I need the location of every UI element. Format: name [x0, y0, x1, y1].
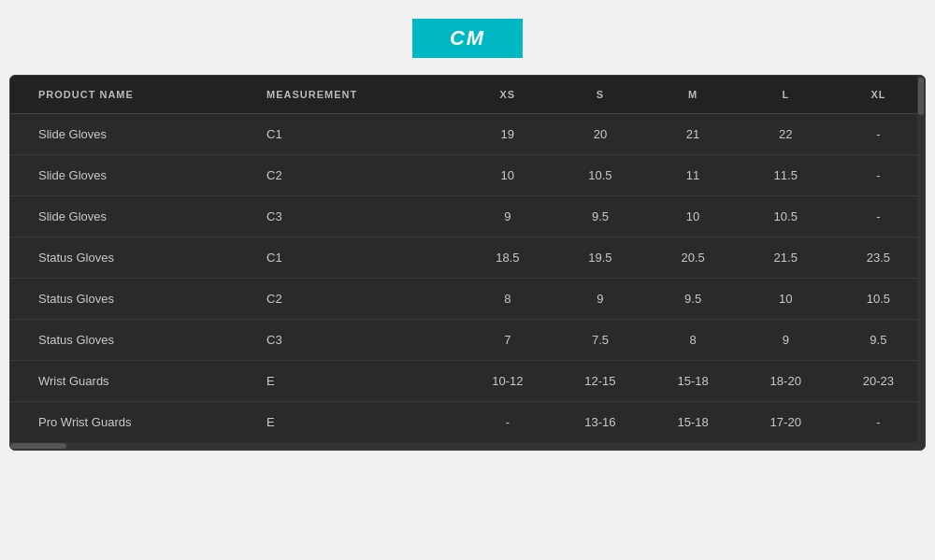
table-row: Slide GlovesC399.51010.5- — [10, 196, 925, 237]
size-table: PRODUCT NAME MEASUREMENT XS S M L XL Sli… — [10, 76, 925, 442]
cell-s: 12-15 — [554, 361, 646, 402]
cell-xs: 18.5 — [461, 237, 554, 279]
cell-xs: - — [461, 402, 554, 443]
col-l: L — [740, 76, 832, 114]
cell-xl: - — [832, 114, 925, 155]
cell-s: 9 — [554, 279, 646, 320]
cell-measurement: C2 — [257, 155, 461, 196]
cell-xl: 23.5 — [832, 237, 925, 279]
col-measurement: MEASUREMENT — [257, 76, 461, 114]
cell-measurement: E — [257, 402, 461, 443]
table-row: Status GlovesC377.5899.5 — [10, 320, 925, 361]
cell-product_name: Pro Wrist Guards — [10, 402, 257, 443]
col-xl: XL — [832, 76, 925, 114]
horizontal-scrollbar-thumb[interactable] — [10, 443, 66, 449]
cell-l: 11.5 — [740, 155, 832, 196]
cell-xl: 9.5 — [832, 320, 925, 361]
cell-l: 18-20 — [740, 361, 832, 402]
cell-measurement: C3 — [257, 320, 461, 361]
cell-measurement: C1 — [257, 237, 461, 279]
col-product-name: PRODUCT NAME — [10, 76, 257, 114]
cell-product_name: Slide Gloves — [10, 196, 257, 237]
cell-s: 9.5 — [554, 196, 646, 237]
cm-badge: CM — [412, 19, 523, 58]
cell-m: 9.5 — [647, 279, 740, 320]
cell-product_name: Status Gloves — [10, 279, 257, 320]
cell-m: 15-18 — [647, 361, 740, 402]
table-row: Wrist GuardsE10-1212-1515-1818-2020-23 — [10, 361, 925, 402]
cell-product_name: Wrist Guards — [10, 361, 257, 402]
cell-xs: 8 — [461, 279, 554, 320]
table-row: Status GlovesC2899.51010.5 — [10, 279, 925, 320]
cell-l: 10.5 — [740, 196, 832, 237]
cell-m: 15-18 — [647, 402, 740, 443]
cell-product_name: Status Gloves — [10, 237, 257, 279]
cell-xs: 7 — [461, 320, 554, 361]
cell-m: 10 — [647, 196, 740, 237]
cell-measurement: C2 — [257, 279, 461, 320]
cell-m: 8 — [647, 320, 740, 361]
cell-l: 9 — [740, 320, 832, 361]
table-row: Slide GlovesC21010.51111.5- — [10, 155, 925, 196]
cell-measurement: E — [257, 361, 461, 402]
cell-m: 11 — [647, 155, 740, 196]
cell-s: 19.5 — [554, 237, 646, 279]
cell-xs: 10-12 — [461, 361, 554, 402]
cell-m: 21 — [647, 114, 740, 155]
table-row: Pro Wrist GuardsE-13-1615-1817-20- — [10, 402, 925, 443]
table-header-row: PRODUCT NAME MEASUREMENT XS S M L XL — [10, 76, 925, 114]
cell-m: 20.5 — [647, 237, 740, 279]
cell-l: 22 — [740, 114, 832, 155]
cell-xl: - — [832, 196, 925, 237]
vertical-scrollbar[interactable] — [917, 76, 925, 450]
table-container: PRODUCT NAME MEASUREMENT XS S M L XL Sli… — [9, 75, 926, 451]
cell-product_name: Slide Gloves — [10, 114, 257, 155]
cell-s: 10.5 — [554, 155, 646, 196]
horizontal-scrollbar[interactable] — [10, 442, 925, 450]
cell-measurement: C1 — [257, 114, 461, 155]
table-row: Status GlovesC118.519.520.521.523.5 — [10, 237, 925, 279]
cell-xs: 9 — [461, 196, 554, 237]
cell-l: 21.5 — [740, 237, 832, 279]
cell-l: 17-20 — [740, 402, 832, 443]
cell-s: 7.5 — [554, 320, 646, 361]
col-s: S — [554, 76, 646, 114]
col-xs: XS — [461, 76, 554, 114]
cell-l: 10 — [740, 279, 832, 320]
cell-xl: - — [832, 402, 925, 443]
cell-xl: 20-23 — [832, 361, 925, 402]
cell-s: 20 — [554, 114, 646, 155]
cell-xs: 19 — [461, 114, 554, 155]
cell-measurement: C3 — [257, 196, 461, 237]
cell-xl: - — [832, 155, 925, 196]
col-m: M — [647, 76, 740, 114]
cell-xs: 10 — [461, 155, 554, 196]
cell-s: 13-16 — [554, 402, 646, 443]
table-row: Slide GlovesC119202122- — [10, 114, 925, 155]
vertical-scrollbar-thumb[interactable] — [918, 78, 924, 115]
cell-product_name: Slide Gloves — [10, 155, 257, 196]
cell-xl: 10.5 — [832, 279, 925, 320]
cell-product_name: Status Gloves — [10, 320, 257, 361]
